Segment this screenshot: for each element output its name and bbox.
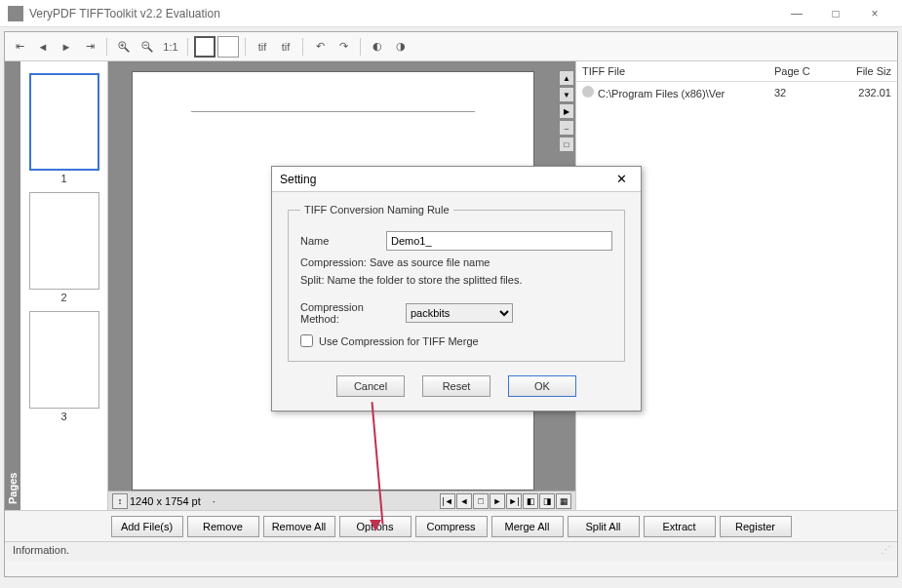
svg-line-1	[125, 47, 129, 51]
status-b-icon[interactable]: ◨	[539, 493, 555, 509]
file-path: C:\Program Files (x86)\Ver	[598, 88, 725, 99]
extract-button[interactable]: Extract	[644, 516, 716, 537]
pages-tab-label[interactable]: Pages	[5, 61, 20, 510]
nav-first-icon[interactable]: ⇤	[9, 36, 30, 58]
file-icon	[582, 86, 594, 98]
status-sep: ·	[213, 495, 216, 507]
action-bar: Add File(s) Remove Remove All Options Co…	[5, 510, 897, 541]
status-next-icon[interactable]: ►	[490, 493, 505, 509]
thumbnail[interactable]	[29, 73, 99, 171]
name-input[interactable]	[386, 231, 612, 251]
split-all-button[interactable]: Split All	[568, 516, 640, 537]
compression-note: Compression: Save as source file name	[300, 256, 612, 268]
naming-rule-legend: TIFF Conversion Naming Rule	[300, 204, 453, 216]
split-note: Split: Name the folder to store the spli…	[300, 274, 612, 286]
status-last-icon[interactable]: ►|	[506, 493, 522, 509]
compression-method-select[interactable]: packbits	[406, 303, 513, 323]
ok-button[interactable]: OK	[508, 375, 576, 397]
layout-single-icon[interactable]	[194, 36, 216, 58]
maximize-button[interactable]: □	[816, 1, 855, 26]
col-pagecount[interactable]: Page C	[774, 65, 833, 77]
file-row[interactable]: C:\Program Files (x86)\Ver 32 232.01	[576, 82, 897, 103]
resize-grip-icon[interactable]: ⋰	[881, 544, 889, 557]
file-list-header: TIFF File Page C File Siz	[576, 61, 897, 82]
svg-line-5	[148, 47, 152, 51]
method-label: Compression Method:	[300, 301, 398, 325]
thumb-number: 3	[26, 411, 101, 422]
naming-rule-group: TIFF Conversion Naming Rule Name Compres…	[288, 204, 625, 362]
rotate-left-icon[interactable]: ↶	[309, 36, 331, 58]
dialog-title: Setting	[280, 173, 609, 186]
side-up-icon[interactable]: ▲	[559, 70, 574, 86]
separator	[187, 38, 188, 56]
thumbnail-panel: 1 2 3	[20, 61, 108, 510]
tool-a-icon[interactable]: ◐	[367, 36, 388, 58]
statusbar: Information. ⋰	[5, 541, 897, 561]
nav-next-icon[interactable]: ►	[56, 36, 77, 58]
zoom-out-icon[interactable]	[137, 36, 158, 58]
col-file[interactable]: TIFF File	[582, 65, 774, 77]
compress-button[interactable]: Compress	[415, 516, 488, 537]
thumbnail[interactable]	[29, 311, 99, 409]
close-button[interactable]: ×	[855, 1, 894, 26]
status-c-icon[interactable]: ▦	[556, 493, 571, 509]
side-right-icon[interactable]: ▶	[559, 103, 574, 119]
titlebar: VeryPDF TIFFToolkit v2.2 Evaluation — □ …	[0, 0, 902, 27]
window-title: VeryPDF TIFFToolkit v2.2 Evaluation	[29, 7, 777, 20]
layout-continuous-icon[interactable]	[217, 36, 239, 58]
merge-all-button[interactable]: Merge All	[491, 516, 564, 537]
reset-button[interactable]: Reset	[422, 375, 490, 397]
format-a-label[interactable]: tif	[252, 36, 273, 58]
use-compression-checkbox[interactable]	[300, 334, 313, 347]
side-sep-icon: –	[559, 120, 574, 136]
register-button[interactable]: Register	[720, 516, 792, 537]
annotation-arrow-head	[370, 520, 381, 531]
status-text: Information.	[13, 544, 69, 556]
minimize-button[interactable]: —	[777, 1, 816, 26]
file-pagecount: 32	[774, 87, 833, 98]
separator	[245, 38, 246, 56]
name-label: Name	[300, 235, 378, 247]
rotate-right-icon[interactable]: ↷	[333, 36, 354, 58]
preview-dimensions: 1240 x 1754 pt	[130, 495, 201, 507]
side-down-icon[interactable]: ▼	[559, 87, 574, 102]
use-compression-label: Use Compression for TIFF Merge	[319, 335, 479, 347]
side-fit-icon[interactable]: □	[559, 137, 574, 152]
toolbar: ⇤ ◄ ► ⇥ 1:1 tif tif ↶ ↷ ◐ ◑	[5, 32, 897, 61]
thumbnail[interactable]	[29, 192, 99, 290]
dialog-close-icon[interactable]: ✕	[609, 172, 633, 186]
status-box-icon[interactable]: □	[473, 493, 489, 509]
separator	[360, 38, 361, 56]
status-a-icon[interactable]: ◧	[523, 493, 538, 509]
app-icon	[8, 6, 23, 21]
remove-all-button[interactable]: Remove All	[263, 516, 335, 537]
nav-prev-icon[interactable]: ◄	[32, 36, 54, 58]
zoom-in-icon[interactable]	[113, 36, 135, 58]
col-filesize[interactable]: File Siz	[833, 65, 891, 77]
thumb-number: 1	[26, 173, 101, 184]
zoom-actual-icon[interactable]: 1:1	[160, 36, 181, 58]
tool-b-icon[interactable]: ◑	[390, 36, 412, 58]
add-files-button[interactable]: Add File(s)	[111, 516, 183, 537]
status-expand-icon[interactable]: ↕	[112, 493, 128, 509]
cancel-button[interactable]: Cancel	[336, 375, 405, 397]
file-size: 232.01	[833, 87, 891, 98]
settings-dialog: Setting ✕ TIFF Conversion Naming Rule Na…	[271, 166, 642, 412]
dialog-titlebar[interactable]: Setting ✕	[272, 167, 641, 192]
nav-last-icon[interactable]: ⇥	[79, 36, 100, 58]
separator	[106, 38, 107, 56]
thumb-number: 2	[26, 292, 101, 303]
preview-statusbar: ↕ 1240 x 1754 pt · |◄ ◄ □ ► ►| ◧ ◨ ▦	[108, 490, 575, 510]
format-b-label[interactable]: tif	[275, 36, 296, 58]
status-first-icon[interactable]: |◄	[440, 493, 455, 509]
remove-button[interactable]: Remove	[187, 516, 259, 537]
status-prev-icon[interactable]: ◄	[456, 493, 472, 509]
separator	[302, 38, 303, 56]
